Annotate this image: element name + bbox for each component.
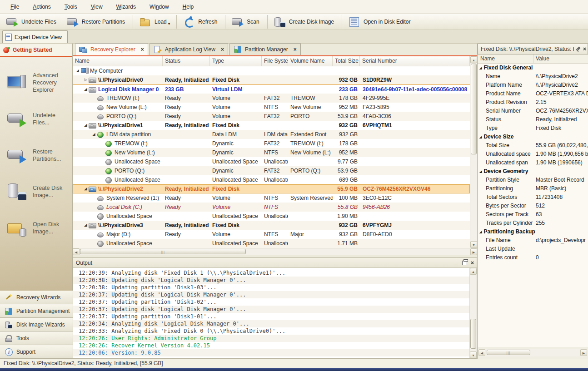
menu-item[interactable]: Tools: [58, 0, 84, 14]
table-row[interactable]: Unallocated Space Unallocated Space Unal…: [73, 175, 470, 184]
expert-device-view-tab[interactable]: Expert Device View: [2, 30, 68, 43]
tree-expander-icon[interactable]: [83, 75, 89, 84]
group-expander-icon[interactable]: [479, 133, 482, 141]
table-row[interactable]: \\.\PhysicalDrive1 Ready, Initialized Fi…: [73, 121, 470, 130]
table-row[interactable]: TREMOW (I:) Ready Volume FAT32 TREMOW 17…: [73, 94, 470, 103]
scroll-down-icon[interactable]: ▼: [470, 241, 477, 248]
tree-expander-icon[interactable]: [83, 184, 89, 193]
scroll-left-icon[interactable]: ◀: [73, 248, 80, 255]
table-row[interactable]: Unallocated Space Unallocated Space Unal…: [73, 239, 470, 248]
properties-horizontal-scrollbar[interactable]: ◀ ||| ▶: [478, 349, 587, 356]
sidebar-item[interactable]: Create Disk Image...: [0, 173, 72, 210]
column-header-value[interactable]: Value: [534, 54, 588, 63]
document-tab[interactable]: Application Log View ×: [149, 43, 228, 55]
tree-expander-icon[interactable]: [83, 221, 89, 230]
tree-expander-icon[interactable]: [75, 66, 80, 75]
document-tab[interactable]: Partition Manager ×: [229, 43, 301, 55]
table-row[interactable]: \\.\PhysicalDrive2 Ready, Initialized Fi…: [73, 184, 470, 193]
menu-item[interactable]: View: [84, 0, 110, 14]
column-header-name[interactable]: Name: [73, 56, 163, 66]
scroll-right-icon[interactable]: ▶: [470, 248, 477, 255]
sidebar-section-bar[interactable]: Recovery Wizards: [0, 291, 73, 304]
menu-item[interactable]: Wizards: [110, 0, 143, 14]
group-expander-icon[interactable]: [479, 228, 482, 236]
sidebar-item[interactable]: Advanced Recovery Explorer: [0, 64, 72, 101]
close-icon[interactable]: ×: [583, 46, 586, 52]
tree-vertical-scrollbar[interactable]: ▲ ▼: [470, 56, 477, 248]
tab-close-icon[interactable]: ×: [141, 46, 144, 53]
table-row[interactable]: New Volume (L:) Ready Volume NTFS New Vo…: [73, 103, 470, 112]
menu-item-pre: Wi: [149, 4, 156, 10]
table-row[interactable]: Unallocated Space Unallocated Space Unal…: [73, 157, 470, 166]
sidebar-section-bar[interactable]: Disk Image Wizards: [0, 318, 73, 331]
scroll-up-icon[interactable]: ▲: [470, 56, 477, 63]
document-tab[interactable]: Recovery Explorer ×: [75, 43, 148, 55]
column-header-status[interactable]: Status: [163, 56, 210, 66]
table-row[interactable]: System Reserved (1:) Ready Volume NTFS S…: [73, 193, 470, 203]
table-row[interactable]: PORTO (Q:) Ready Volume FAT32 PORTO 53.9…: [73, 112, 470, 121]
toolbar-button[interactable]: Open in Disk Editor: [342, 15, 417, 29]
property-group-header[interactable]: Device Size: [478, 133, 588, 141]
scroll-up-icon[interactable]: ▲: [470, 268, 477, 275]
table-row[interactable]: PORTO (Q:) Dynamic FAT32 PORTO (Q:) 53.9…: [73, 166, 470, 175]
scroll-left-icon[interactable]: ◀: [478, 349, 485, 356]
column-header-total-size[interactable]: Total Size: [333, 56, 360, 66]
property-group-header[interactable]: Fixed Disk General: [478, 64, 588, 72]
group-expander-icon[interactable]: [479, 167, 482, 176]
sidebar-section-bar[interactable]: Partition Management: [0, 304, 73, 318]
toolbar-button[interactable]: Restore Partitions: [63, 15, 132, 29]
column-header-name[interactable]: Name: [478, 54, 534, 63]
menu-item[interactable]: Help: [176, 0, 201, 14]
table-row[interactable]: Logical Disk Manager 0 233 GB Virtual LD…: [73, 84, 470, 94]
property-group-header[interactable]: Device Geometry: [478, 167, 588, 176]
table-row[interactable]: Major (D:) Ready Volume NTFS Major 932 G…: [73, 230, 470, 239]
toolbar-button[interactable]: Load ▾: [133, 15, 175, 29]
scrollbar-thumb[interactable]: [470, 319, 476, 349]
sidebar-section-bar[interactable]: Support: [0, 345, 73, 359]
table-row[interactable]: Unallocated Space Unallocated Space Unal…: [73, 212, 470, 221]
table-row[interactable]: LDM data partition Data LDM LDM data Ext…: [73, 130, 470, 139]
table-row[interactable]: \\.\PhysicalDrive3 Ready, Initialized Fi…: [73, 221, 470, 230]
table-row[interactable]: TREMOW (I:) Dynamic FAT32 TREMOW (I:) 17…: [73, 139, 470, 148]
cell-name: \\.\PhysicalDrive0: [73, 75, 163, 84]
float-window-icon[interactable]: [462, 261, 467, 265]
tab-close-icon[interactable]: ×: [294, 46, 297, 53]
table-row[interactable]: New Volume (L:) Dynamic NTFS New Volume …: [73, 148, 470, 157]
tree-expander-icon[interactable]: [91, 130, 97, 139]
toolbar-button[interactable]: Scan: [225, 15, 266, 29]
column-header-volume-name[interactable]: Volume Name: [288, 56, 333, 66]
sidebar-item[interactable]: Open Disk Image...: [0, 210, 72, 246]
toolbar-button[interactable]: Refresh: [176, 15, 224, 29]
cell-serial-number: 3EC0-E12C: [360, 193, 470, 203]
column-header-type[interactable]: Type: [210, 56, 262, 66]
table-row[interactable]: \\.\PhysicalDrive0 Ready, Initialized Fi…: [73, 75, 470, 84]
getting-started-header[interactable]: Getting Started: [0, 44, 72, 57]
property-group-header[interactable]: Partitioning Backup: [478, 228, 588, 236]
group-expander-icon[interactable]: [479, 64, 482, 72]
table-row[interactable]: Local Disk (C:) Ready Volume NTFS 55.8 G…: [73, 203, 470, 212]
column-header-serial-number[interactable]: Serial Number: [360, 56, 470, 66]
menu-item[interactable]: Window: [143, 0, 176, 14]
menu-item[interactable]: Actions: [26, 0, 57, 14]
scrollbar-thumb[interactable]: |||: [487, 350, 530, 355]
menu-item[interactable]: File: [4, 0, 26, 14]
tree-expander-icon[interactable]: [83, 85, 89, 94]
pin-icon[interactable]: [576, 47, 581, 52]
column-header-file-system[interactable]: File System: [262, 56, 288, 66]
sidebar-section-bar[interactable]: Tools: [0, 331, 73, 345]
output-vertical-scrollbar[interactable]: ▲ ▼: [469, 268, 477, 358]
sidebar-item[interactable]: Restore Partitions...: [0, 137, 72, 173]
toolbar-button[interactable]: Create Disk Image: [267, 15, 341, 29]
sidebar-item[interactable]: Undelete Files...: [0, 101, 72, 137]
tree-expander-icon[interactable]: [83, 121, 89, 130]
close-icon[interactable]: ×: [471, 260, 474, 266]
table-row[interactable]: My Computer: [73, 66, 470, 75]
scrollbar-thumb[interactable]: |||: [80, 249, 246, 254]
toolbar-button[interactable]: Undelete Files: [3, 15, 63, 29]
menu-item-mnemonic: W: [116, 4, 121, 10]
tree-horizontal-scrollbar[interactable]: ◀ ||| ▶: [73, 248, 477, 255]
scroll-down-icon[interactable]: ▼: [470, 351, 477, 358]
tab-close-icon[interactable]: ×: [221, 46, 224, 53]
scroll-right-icon[interactable]: ▶: [580, 349, 587, 356]
scrollbar-thumb[interactable]: [471, 64, 477, 154]
